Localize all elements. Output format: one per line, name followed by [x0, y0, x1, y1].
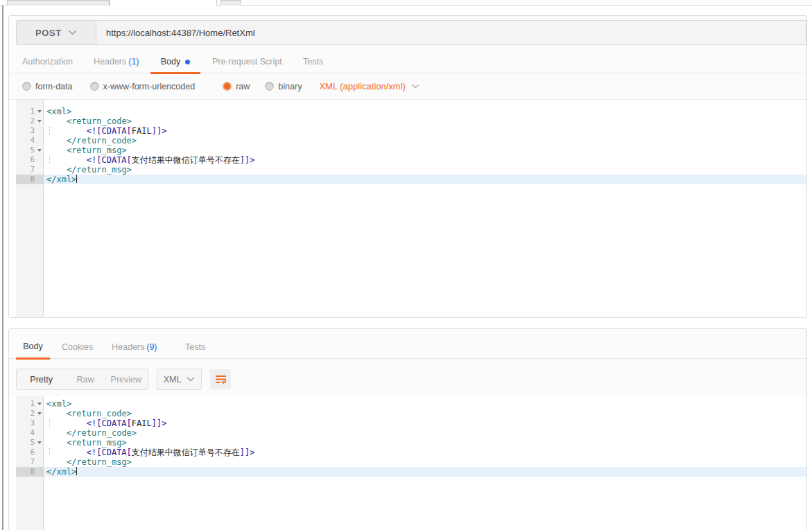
code-token [46, 428, 67, 438]
code-line[interactable]: <xml> [44, 107, 806, 116]
text-cursor [76, 467, 77, 475]
code-line[interactable]: </return_code> [44, 136, 806, 145]
code-line[interactable]: </xml> [44, 467, 806, 477]
code-token [46, 126, 87, 136]
response-tab-body[interactable]: Body [16, 335, 50, 358]
body-type-form-data[interactable]: form-data [22, 82, 73, 91]
radio-label: form-data [35, 82, 73, 91]
code-line[interactable]: </xml> [44, 175, 806, 184]
line-number: 4 [16, 428, 44, 438]
code-line-row: 4 </return_code> [16, 136, 806, 145]
chevron-down-icon [187, 377, 195, 382]
response-body-editor[interactable]: 1<xml>2 <return_code>3 <![CDATA[FAIL]]>4… [9, 396, 806, 530]
code-token [46, 409, 67, 418]
fold-caret-icon[interactable] [37, 149, 42, 152]
code-line-row: 7 </return_msg> [16, 165, 806, 175]
url-input[interactable]: https://localhost:44387/Home/RetXml [96, 20, 806, 45]
line-number: 4 [16, 136, 44, 145]
response-tab-cookies[interactable]: Cookies [62, 342, 93, 352]
body-type-urlencoded[interactable]: x-www-form-urlencoded [90, 82, 196, 91]
code-line-row: 5 <return_msg> [16, 145, 806, 155]
code-line[interactable]: <xml> [44, 399, 806, 409]
request-body-editor[interactable]: 1<xml>2 <return_code>3 <![CDATA[FAIL]]>4… [9, 100, 806, 317]
code-line-row: 3 <![CDATA[FAIL]]> [16, 126, 806, 136]
fold-caret-icon[interactable] [37, 441, 42, 444]
code-token: <return_msg> [67, 145, 127, 155]
fold-caret-icon[interactable] [37, 110, 42, 113]
code-line-row: 8</xml> [16, 467, 806, 477]
code-token [46, 145, 67, 155]
active-tab-underline [16, 357, 50, 360]
view-mode-raw[interactable]: Raw [66, 369, 104, 389]
window-tab-active[interactable] [110, 0, 217, 6]
line-number: 2 [16, 116, 44, 126]
wrap-lines-button[interactable] [210, 369, 231, 389]
view-mode-preview[interactable]: Preview [105, 369, 148, 389]
radio-icon [265, 82, 274, 91]
line-number: 6 [16, 155, 44, 165]
tab-body[interactable]: Body [150, 51, 200, 73]
new-tab-button[interactable] [221, 0, 241, 6]
code-token: <![CDATA[ [87, 418, 132, 428]
code-token: FAIL [132, 418, 152, 428]
code-token: <return_msg> [67, 438, 127, 448]
line-number: 5 [16, 438, 44, 448]
code-token: <xml> [46, 399, 71, 409]
indent-guide [49, 419, 50, 427]
code-token [46, 155, 87, 165]
code-line[interactable]: <return_code> [44, 116, 806, 126]
view-mode-pretty[interactable]: Pretty [17, 369, 66, 389]
code-line[interactable]: </return_msg> [44, 165, 806, 175]
url-text: https://localhost:44387/Home/RetXml [106, 28, 255, 38]
response-tab-headers[interactable]: Headers(9) [112, 342, 157, 352]
fold-caret-icon[interactable] [37, 403, 42, 405]
code-line[interactable]: <return_msg> [44, 438, 806, 448]
line-number: 8 [16, 467, 44, 477]
method-selector[interactable]: POST [16, 20, 96, 45]
code-token [46, 457, 67, 467]
indent-guide [49, 448, 50, 457]
code-token: </return_code> [67, 428, 137, 438]
code-line[interactable]: <![CDATA[FAIL]]> [44, 126, 806, 136]
code-line-row: 8</xml> [16, 175, 806, 184]
text-cursor [76, 175, 77, 183]
response-format-selector[interactable]: XML [157, 369, 202, 390]
headers-count-badge: (1) [128, 57, 139, 67]
tab-tests[interactable]: Tests [303, 57, 323, 67]
body-type-raw[interactable]: raw [223, 82, 250, 91]
code-line[interactable]: <![CDATA[FAIL]]> [44, 418, 806, 428]
code-line-row: 4 </return_code> [16, 428, 806, 438]
window-tab-inactive[interactable] [7, 0, 110, 6]
code-line[interactable]: </return_msg> [44, 457, 806, 467]
tab-headers[interactable]: Headers(1) [94, 57, 139, 67]
line-number: 7 [16, 457, 44, 467]
tab-pre-request-script[interactable]: Pre-request Script [212, 57, 282, 67]
response-tab-tests[interactable]: Tests [185, 342, 205, 352]
response-tabs: Body Cookies Headers(9) Tests [9, 329, 806, 359]
radio-label: binary [278, 82, 302, 91]
code-token [46, 165, 67, 175]
code-line[interactable]: <![CDATA[支付结果中微信订单号不存在]]> [44, 448, 806, 457]
line-number: 1 [16, 107, 44, 116]
line-number: 7 [16, 165, 44, 175]
code-line[interactable]: <return_code> [44, 409, 806, 418]
code-token: ]]> [240, 448, 255, 457]
code-token [46, 136, 67, 145]
radio-icon [22, 82, 31, 91]
response-headers-count-badge: (9) [146, 342, 157, 352]
response-tab-body-label: Body [23, 342, 43, 351]
code-line[interactable]: <![CDATA[支付结果中微信订单号不存在]]> [44, 155, 806, 165]
tab-authorization[interactable]: Authorization [22, 57, 73, 67]
wrap-lines-icon [215, 374, 227, 385]
content-type-selector[interactable]: XML (application/xml) [319, 81, 420, 91]
code-token: <![CDATA[ [87, 448, 132, 457]
fold-caret-icon[interactable] [37, 120, 42, 123]
line-number: 5 [16, 145, 44, 155]
body-type-binary[interactable]: binary [265, 82, 302, 91]
indent-guide [49, 156, 50, 164]
code-line[interactable]: <return_msg> [44, 145, 806, 155]
radio-label: x-www-form-urlencoded [103, 82, 196, 91]
fold-caret-icon[interactable] [37, 412, 42, 415]
code-line[interactable]: </return_code> [44, 428, 806, 438]
line-number: 2 [16, 409, 44, 418]
